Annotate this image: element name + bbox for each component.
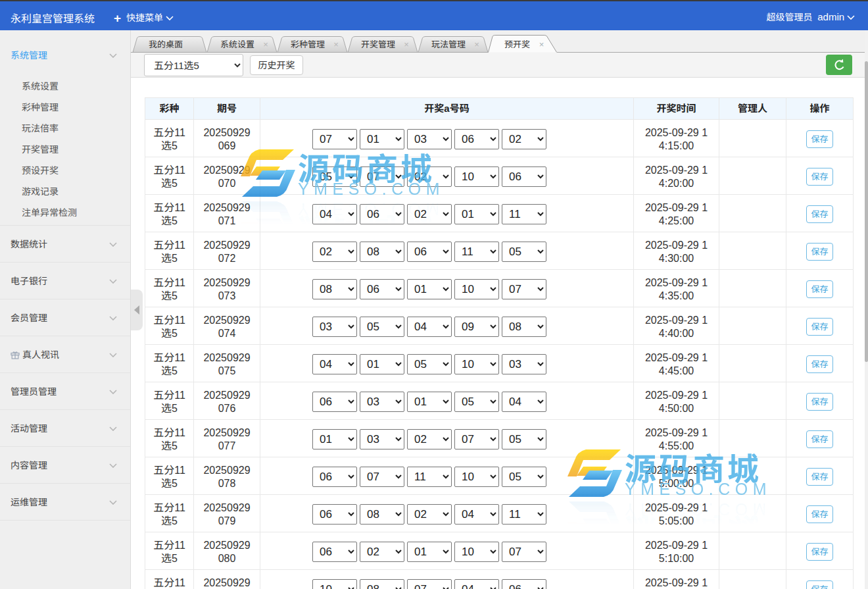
svg-text:×: × bbox=[539, 39, 544, 49]
svg-text:预开奖: 预开奖 bbox=[504, 39, 530, 49]
svg-text:×: × bbox=[333, 39, 339, 49]
svg-text:×: × bbox=[263, 39, 268, 49]
svg-text:×: × bbox=[474, 39, 479, 49]
svg-text:我的桌面: 我的桌面 bbox=[149, 39, 183, 49]
svg-text:×: × bbox=[404, 39, 409, 49]
svg-text:开奖管理: 开奖管理 bbox=[361, 39, 395, 49]
svg-text:彩种管理: 彩种管理 bbox=[291, 39, 325, 49]
svg-text:玩法管理: 玩法管理 bbox=[431, 39, 466, 49]
svg-text:系统设置: 系统设置 bbox=[220, 39, 254, 49]
